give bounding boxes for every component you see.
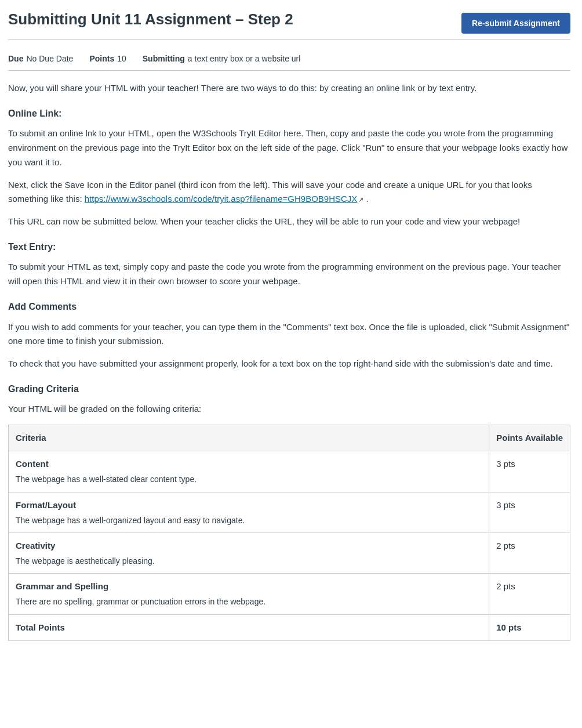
table-row: Creativity The webpage is aesthetically … xyxy=(9,533,570,573)
points-item: Points 10 xyxy=(89,54,126,63)
due-item: Due No Due Date xyxy=(8,54,73,63)
online-link-p3: This URL can now be submitted below. Whe… xyxy=(8,215,570,229)
text-entry-p1: To submit your HTML as text, simply copy… xyxy=(8,260,570,289)
criteria-desc: The webpage has a well-stated clear cont… xyxy=(16,473,482,486)
points-cell: 2 pts xyxy=(489,574,570,614)
table-header-row: Criteria Points Available xyxy=(9,425,570,451)
online-link-heading: Online Link: xyxy=(8,106,570,121)
total-row: Total Points 10 pts xyxy=(9,614,570,640)
add-comments-p2: To check that you have submitted your as… xyxy=(8,357,570,371)
grading-criteria-heading: Grading Criteria xyxy=(8,382,570,397)
grading-criteria-intro: Your HTML will be graded on the followin… xyxy=(8,402,570,416)
submitting-item: Submitting a text entry box or a website… xyxy=(143,54,301,63)
page-title: Submitting Unit 11 Assignment – Step 2 xyxy=(8,10,293,28)
points-cell: 2 pts xyxy=(489,533,570,573)
criteria-name: Grammar and Spelling xyxy=(16,579,482,593)
w3schools-link[interactable]: https://www.w3schools.com/code/tryit.asp… xyxy=(85,194,358,204)
submitting-label: Submitting xyxy=(143,54,185,63)
criteria-cell: Creativity The webpage is aesthetically … xyxy=(9,533,489,573)
criteria-desc: The webpage is aesthetically pleasing. xyxy=(16,555,482,567)
intro-paragraph: Now, you will share your HTML with your … xyxy=(8,81,570,96)
criteria-name: Content xyxy=(16,457,482,471)
total-label-cell: Total Points xyxy=(9,614,489,640)
criteria-cell: Content The webpage has a well-stated cl… xyxy=(9,451,489,492)
col-header-criteria: Criteria xyxy=(9,425,489,451)
page-container: Submitting Unit 11 Assignment – Step 2 R… xyxy=(0,0,582,664)
page-header: Submitting Unit 11 Assignment – Step 2 R… xyxy=(8,10,570,40)
criteria-desc: The webpage has a well-organized layout … xyxy=(16,514,482,527)
criteria-cell: Format/Layout The webpage has a well-org… xyxy=(9,492,489,533)
points-label: Points xyxy=(89,54,114,63)
points-cell: 3 pts xyxy=(489,492,570,533)
meta-row: Due No Due Date Points 10 Submitting a t… xyxy=(8,48,570,71)
online-link-p2-after: . xyxy=(363,194,368,204)
add-comments-heading: Add Comments xyxy=(8,299,570,314)
due-label: Due xyxy=(8,54,23,63)
criteria-name: Creativity xyxy=(16,539,482,553)
criteria-cell: Grammar and Spelling There are no spelli… xyxy=(9,574,489,614)
resubmit-button[interactable]: Re-submit Assignment xyxy=(461,13,570,34)
online-link-p2: Next, click the Save Icon in the Editor … xyxy=(8,178,570,207)
submitting-value: a text entry box or a website url xyxy=(188,54,301,63)
points-cell: 3 pts xyxy=(489,451,570,492)
table-row: Content The webpage has a well-stated cl… xyxy=(9,451,570,492)
text-entry-heading: Text Entry: xyxy=(8,240,570,255)
online-link-p1: To submit an online lnk to your HTML, op… xyxy=(8,126,570,169)
table-row: Format/Layout The webpage has a well-org… xyxy=(9,492,570,533)
external-link-icon: ↗ xyxy=(358,194,363,205)
grading-table: Criteria Points Available Content The we… xyxy=(8,425,570,641)
criteria-name: Format/Layout xyxy=(16,498,482,512)
content-area: Now, you will share your HTML with your … xyxy=(8,81,570,641)
add-comments-p1: If you wish to add comments for your tea… xyxy=(8,320,570,349)
col-header-points: Points Available xyxy=(489,425,570,451)
table-row: Grammar and Spelling There are no spelli… xyxy=(9,574,570,614)
due-value: No Due Date xyxy=(26,54,73,63)
points-value: 10 xyxy=(117,54,126,63)
total-points-cell: 10 pts xyxy=(489,614,570,640)
criteria-desc: There are no spelling, grammar or punctu… xyxy=(16,595,482,608)
